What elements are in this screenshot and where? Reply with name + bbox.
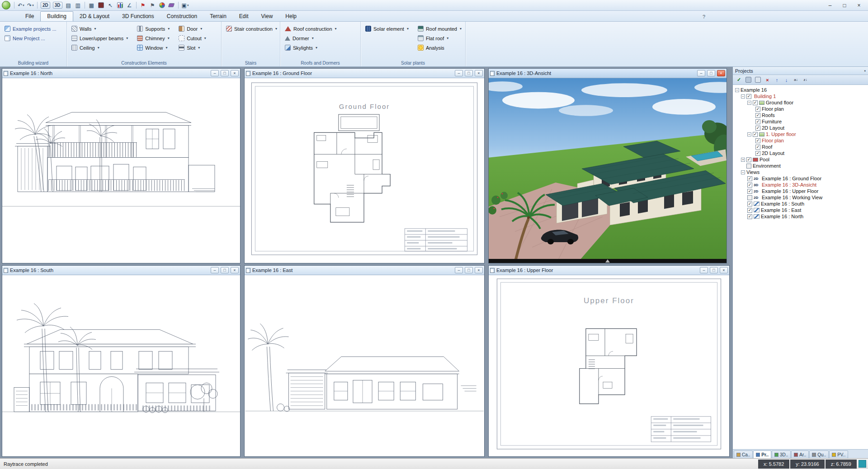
checkbox[interactable]: ✓: [747, 202, 752, 206]
beams-button[interactable]: Lower/upper beams▾: [71, 34, 129, 42]
tab-2d-layout[interactable]: 2D & Layout: [73, 12, 116, 21]
collapse-toggle-icon[interactable]: −: [741, 170, 745, 174]
tab-building[interactable]: Building: [40, 11, 73, 21]
tree-item-ground-floor[interactable]: − ✓ Ground floor: [734, 99, 867, 106]
panel-tab-3d[interactable]: 3D..: [772, 450, 791, 458]
tree-item-views[interactable]: − Views: [734, 169, 867, 175]
window-maximize-button[interactable]: □: [710, 267, 718, 273]
window-maximize-button[interactable]: □: [221, 267, 229, 273]
window-close-button[interactable]: ×: [720, 267, 728, 273]
slot-button[interactable]: Slot▾: [178, 43, 207, 52]
window-titlebar[interactable]: Example 16 : South – □ ×: [2, 266, 240, 275]
building-mode-icon[interactable]: [744, 76, 753, 84]
angle-measure-icon[interactable]: ∠: [125, 1, 134, 10]
window-east[interactable]: Example 16 : East – □ ×: [244, 265, 485, 457]
window-south[interactable]: Example 16 : South – □ ×: [2, 265, 241, 457]
window-3d-view[interactable]: Example 16 : 3D-Ansicht – □ ×: [488, 68, 727, 263]
sort-ascending-icon[interactable]: a↓: [792, 76, 800, 84]
panel-tab-area[interactable]: Ar..: [791, 450, 809, 458]
tree-item-view[interactable]: 2D Example 16 : Working View: [734, 194, 867, 201]
tab-construction[interactable]: Construction: [160, 12, 203, 21]
checkbox[interactable]: ✓: [746, 94, 751, 99]
tree-item[interactable]: ✓ Furniture: [734, 118, 867, 125]
window-minimize-button[interactable]: –: [211, 267, 219, 273]
window-close-button[interactable]: ×: [231, 267, 239, 273]
tree-item-view[interactable]: ✓ Example 16 : North: [734, 213, 867, 220]
supports-button[interactable]: Supports▾: [136, 24, 170, 33]
window-maximize-button[interactable]: □: [221, 70, 229, 76]
drawing-canvas[interactable]: [2, 275, 240, 456]
checkbox[interactable]: ✓: [747, 183, 752, 188]
checkbox[interactable]: ✓: [755, 119, 760, 124]
walls-button[interactable]: Walls▾: [71, 24, 129, 33]
minimize-button[interactable]: –: [823, 1, 837, 10]
dormer-button[interactable]: Dormer▾: [284, 34, 338, 42]
checkbox[interactable]: ✓: [747, 189, 752, 194]
chimney-button[interactable]: Chimney▾: [136, 34, 170, 42]
panel-tab-pv[interactable]: PV..: [829, 450, 848, 458]
roof-mounted-button[interactable]: Roof mounted▾: [417, 24, 462, 33]
window-minimize-button[interactable]: –: [455, 70, 463, 76]
render-icon[interactable]: [97, 1, 105, 10]
tab-view[interactable]: View: [255, 12, 279, 21]
view-2d-icon[interactable]: 2D: [40, 1, 51, 10]
tab-edit[interactable]: Edit: [233, 12, 255, 21]
tree-item[interactable]: ✓ Roof: [734, 144, 867, 150]
solar-element-button[interactable]: Solar element▾: [364, 24, 410, 33]
tree-item[interactable]: ✓ Roofs: [734, 112, 867, 118]
move-down-icon[interactable]: ↓: [782, 76, 791, 84]
drawing-canvas[interactable]: Upper Floor: [489, 275, 729, 456]
skylights-button[interactable]: Skylights▾: [284, 43, 338, 52]
window-titlebar[interactable]: Example 16 : Upper Floor – □ ×: [489, 266, 729, 275]
checkbox[interactable]: ✓: [755, 151, 760, 156]
roof-construction-button[interactable]: Roof construction▾: [284, 24, 338, 33]
checkbox[interactable]: ✓: [747, 208, 752, 213]
stair-construction-button[interactable]: Stair construction▾: [225, 24, 278, 33]
tree-item[interactable]: ✓ 2D Layout: [734, 125, 867, 131]
window-close-button[interactable]: ×: [231, 70, 239, 76]
tree-item[interactable]: ✓ 2D Layout: [734, 150, 867, 156]
new-project-button[interactable]: New Project ...: [4, 34, 57, 42]
flat-roof-button[interactable]: Flat roof▾: [417, 34, 462, 42]
window-list-icon[interactable]: ▣▾: [181, 1, 190, 10]
tree-item-view[interactable]: ✓ 2D Example 16 : Ground Floor: [734, 175, 867, 182]
checkbox[interactable]: ✓: [755, 113, 760, 118]
window-minimize-button[interactable]: –: [700, 267, 708, 273]
checkbox[interactable]: ✓: [746, 157, 751, 162]
ceiling-button[interactable]: Ceiling▾: [71, 43, 129, 52]
window-minimize-button[interactable]: –: [455, 267, 463, 273]
window-titlebar[interactable]: Example 16 : North – □ ×: [2, 69, 240, 78]
tree-item-building[interactable]: − ✓ Building 1: [734, 93, 867, 99]
window-close-button[interactable]: ×: [475, 70, 483, 76]
eraser-icon[interactable]: [167, 1, 176, 10]
tab-terrain[interactable]: Terrain: [203, 12, 233, 21]
tree-item-pool[interactable]: + ✓ Pool: [734, 156, 867, 163]
statistics-icon[interactable]: [116, 1, 124, 10]
view-3d-icon[interactable]: 3D: [52, 1, 63, 10]
window-maximize-button[interactable]: □: [465, 70, 473, 76]
sort-descending-icon[interactable]: z↓: [801, 76, 810, 84]
window-button[interactable]: Window▾: [136, 43, 170, 52]
palette-icon[interactable]: [158, 1, 166, 10]
collapse-toggle-icon[interactable]: −: [741, 94, 745, 98]
confirm-icon[interactable]: ✓: [735, 76, 743, 84]
tree-item-view[interactable]: ✓ Example 16 : East: [734, 207, 867, 213]
checkbox[interactable]: ✓: [747, 214, 752, 219]
undo-icon[interactable]: ↶▾: [17, 1, 25, 10]
checkbox[interactable]: ✓: [755, 138, 760, 143]
tree-item[interactable]: ✓ Floor plan: [734, 106, 867, 112]
checkbox[interactable]: ✓: [747, 176, 752, 181]
drawing-canvas[interactable]: [245, 275, 484, 456]
checkbox[interactable]: ✓: [755, 107, 760, 112]
collapse-toggle-icon[interactable]: −: [747, 101, 751, 105]
tree-item-project[interactable]: − Example 16: [734, 87, 867, 93]
collapse-toggle-icon[interactable]: −: [735, 88, 739, 92]
checkbox[interactable]: ✓: [755, 145, 760, 150]
tree-item-view[interactable]: ✓ 3D Example 16 : 3D-Ansicht: [734, 182, 867, 188]
window-titlebar[interactable]: Example 16 : Ground Floor – □ ×: [245, 69, 484, 78]
tab-help[interactable]: Help: [279, 12, 303, 21]
redo-icon[interactable]: ↷▾: [26, 1, 35, 10]
checkbox[interactable]: [747, 195, 752, 200]
horizontal-scrollbar[interactable]: [489, 259, 726, 263]
window-close-button[interactable]: ×: [717, 70, 725, 76]
